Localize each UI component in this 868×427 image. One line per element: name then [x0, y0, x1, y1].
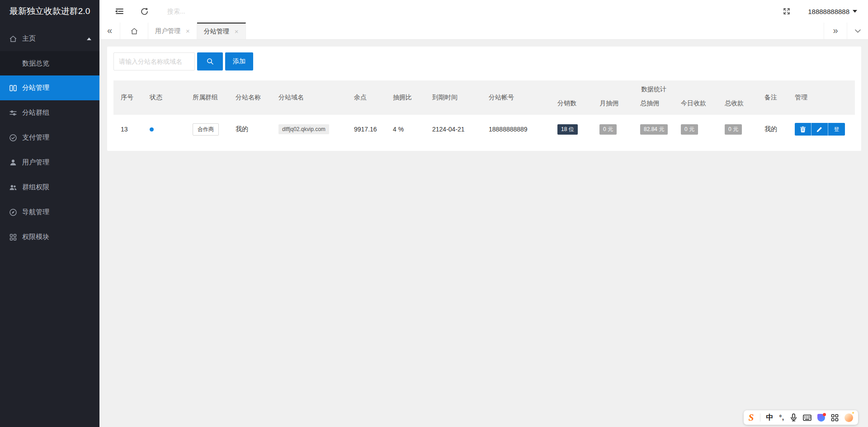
- cell-expire: 2124-04-21: [425, 115, 481, 144]
- content-area: 添加 序号 状态 所属群组 分站名称 分站域名 余点: [99, 40, 868, 427]
- sidebar-item-label: 群组权限: [22, 183, 49, 192]
- table-row: 13 合作商 我的 dlffjq02.qkvip.com 9917.16 4 %…: [113, 115, 855, 144]
- sidebar-item-label: 支付管理: [22, 133, 49, 142]
- scroll-tabs-left-button[interactable]: «: [99, 23, 120, 39]
- sidebar-item-permission-modules[interactable]: 权限模块: [0, 225, 99, 249]
- cell-today-income: 0 元: [674, 115, 717, 144]
- sidebar-item-site-management[interactable]: 分站管理: [0, 75, 99, 100]
- status-dot: [150, 127, 154, 131]
- sidebar-item-label: 分站管理: [22, 84, 49, 92]
- tab-user-management[interactable]: 用户管理: [148, 23, 197, 39]
- total-commission-badge: 82.84 元: [640, 124, 668, 135]
- col-header-site-name: 分站名称: [228, 80, 271, 115]
- sidebar-item-label: 权限模块: [22, 233, 49, 241]
- scroll-tabs-right-button[interactable]: »: [824, 23, 847, 39]
- col-header-ratio: 抽拥比: [386, 80, 425, 115]
- punctuation-mode-icon[interactable]: [779, 413, 785, 422]
- cell-domain: dlffjq02.qkvip.com: [271, 115, 347, 144]
- col-header-account: 分站帐号: [481, 80, 550, 115]
- cell-balance: 9917.16: [347, 115, 386, 144]
- emoji-assistant-icon[interactable]: [844, 413, 853, 422]
- divider: [760, 413, 760, 422]
- col-header-balance: 余点: [347, 80, 386, 115]
- chevron-up-icon: [87, 38, 91, 40]
- tab-label: 分站管理: [204, 28, 229, 36]
- distribution-badge: 18 位: [557, 124, 578, 135]
- sidebar-item-payment[interactable]: 支付管理: [0, 125, 99, 150]
- sites-table: 序号 状态 所属群组 分站名称 分站域名 余点 抽拥比 到期时间 分站帐号 数据…: [113, 80, 855, 144]
- user-icon: [9, 159, 17, 167]
- col-header-total-commission: 总抽佣: [633, 99, 674, 115]
- col-header-domain: 分站域名: [271, 80, 347, 115]
- action-button-group: 登: [795, 123, 845, 136]
- app-title: 最新独立收款进群2.0: [0, 0, 99, 23]
- blocks-icon: [9, 233, 17, 241]
- site-search-input[interactable]: [113, 52, 195, 70]
- home-tab-icon[interactable]: [120, 23, 148, 39]
- col-header-distribution: 分销数: [550, 99, 592, 115]
- toolbox-icon[interactable]: [831, 414, 839, 422]
- col-header-no: 序号: [113, 80, 142, 115]
- cell-group: 合作商: [185, 115, 228, 144]
- login-button[interactable]: 登: [828, 123, 845, 136]
- close-icon[interactable]: [186, 28, 190, 34]
- col-header-remark: 备注: [757, 80, 788, 115]
- microphone-icon[interactable]: [790, 413, 797, 422]
- search-button[interactable]: [197, 52, 223, 70]
- username: 18888888888: [808, 8, 849, 15]
- home-icon: [9, 35, 17, 43]
- columns-icon: [9, 84, 17, 92]
- cell-total-commission: 82.84 元: [633, 115, 674, 144]
- sidebar-item-group-permissions[interactable]: 群组权限: [0, 175, 99, 200]
- global-search-input[interactable]: [167, 8, 316, 15]
- topbar: 18888888888: [99, 0, 868, 23]
- shield-check-icon: [9, 134, 17, 142]
- sidebar-item-data-overview[interactable]: 数据总览: [0, 51, 99, 75]
- today-income-badge: 0 元: [681, 124, 698, 135]
- close-icon[interactable]: [235, 28, 239, 35]
- add-button[interactable]: 添加: [225, 52, 253, 70]
- cell-month-commission: 0 元: [592, 115, 633, 144]
- tab-bar: « 用户管理 分站管理 »: [99, 23, 868, 40]
- sidebar-item-home[interactable]: 主页: [0, 26, 99, 51]
- cell-distribution: 18 位: [550, 115, 592, 144]
- col-header-total-income: 总收款: [717, 99, 757, 115]
- col-header-group: 所属群组: [185, 80, 228, 115]
- fullscreen-icon[interactable]: [781, 5, 793, 17]
- sidebar-item-navigation[interactable]: 导航管理: [0, 200, 99, 225]
- tabs-menu-button[interactable]: [847, 23, 868, 39]
- tabbar-spacer: [246, 23, 824, 39]
- sidebar-item-label: 分站群组: [22, 108, 49, 117]
- users-icon: [9, 183, 17, 192]
- chinese-mode-icon[interactable]: 中: [766, 413, 774, 422]
- cell-no: 13: [113, 115, 142, 144]
- edit-button[interactable]: [811, 123, 828, 136]
- month-commission-badge: 0 元: [599, 124, 617, 135]
- refresh-icon[interactable]: [138, 5, 150, 17]
- domain-tag[interactable]: dlffjq02.qkvip.com: [278, 124, 329, 134]
- compass-icon: [9, 208, 17, 216]
- group-tag: 合作商: [193, 123, 219, 136]
- sidebar-item-label: 导航管理: [22, 208, 49, 216]
- cell-site-name: 我的: [228, 115, 271, 144]
- col-group-header-stats: 数据统计: [550, 80, 757, 99]
- skin-theme-icon[interactable]: [817, 414, 825, 422]
- col-header-status: 状态: [142, 80, 185, 115]
- cell-total-income: 0 元: [717, 115, 757, 144]
- keyboard-icon[interactable]: [803, 414, 811, 421]
- col-header-month-commission: 月抽佣: [592, 99, 633, 115]
- sogou-logo-icon[interactable]: [749, 412, 754, 423]
- total-income-badge: 0 元: [725, 124, 742, 135]
- cell-remark: 我的: [757, 115, 788, 144]
- user-menu[interactable]: 18888888888: [808, 8, 857, 15]
- sidebar-item-users[interactable]: 用户管理: [0, 150, 99, 175]
- cell-ratio: 4 %: [386, 115, 425, 144]
- collapse-menu-icon[interactable]: [113, 5, 125, 17]
- tab-site-management[interactable]: 分站管理: [197, 23, 246, 39]
- tab-label: 用户管理: [155, 27, 180, 35]
- sidebar-item-site-groups[interactable]: 分站群组: [0, 100, 99, 125]
- sliders-icon: [9, 109, 17, 117]
- cell-account: 18888888889: [481, 115, 550, 144]
- chevron-down-icon: [853, 10, 857, 13]
- delete-button[interactable]: [795, 123, 811, 136]
